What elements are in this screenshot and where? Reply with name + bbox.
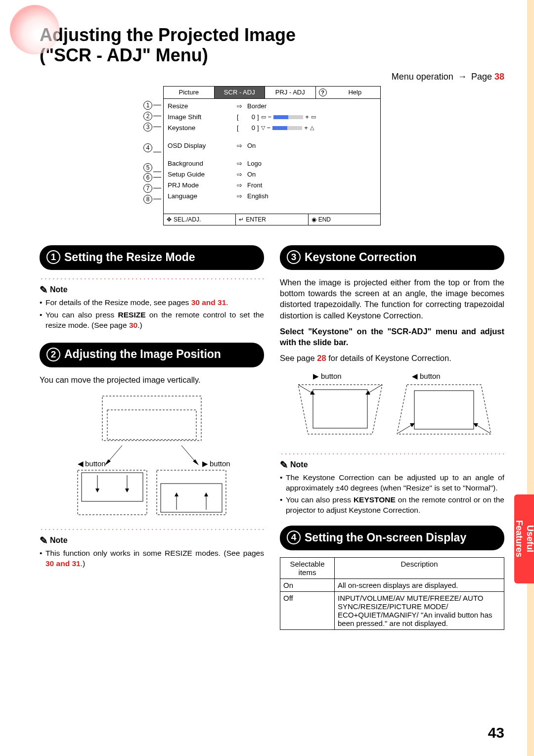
tab-prj-adj: PRJ - ADJ — [265, 87, 316, 99]
svg-text:◀: ◀ — [78, 459, 84, 468]
osd-table: Selectable items Description On All on-s… — [280, 557, 504, 630]
note-list: For details of the Resize mode, see page… — [40, 298, 264, 331]
svg-marker-13 — [125, 489, 129, 492]
svg-line-28 — [367, 385, 382, 394]
svg-rect-8 — [78, 470, 147, 515]
menu-row-numbers: 1 2 3 4 5 6 7 8 — [143, 100, 161, 205]
section-4-heading: 4 Setting the On-screen Display — [280, 526, 504, 550]
svg-marker-11 — [95, 489, 99, 492]
note-heading: ✎ Note — [40, 534, 264, 546]
dpad-icon: ✥ — [167, 216, 172, 223]
section-2-heading: 2 Adjusting the Image Position — [40, 343, 264, 367]
note-heading: ✎ Note — [280, 459, 504, 471]
dotted-separator — [280, 452, 504, 456]
slider-icon — [272, 126, 302, 130]
note-list: This function only works in some RESIZE … — [40, 548, 264, 569]
note-heading: ✎ Note — [40, 284, 264, 296]
keystone-diagram: ▶ button ◀ button — [280, 370, 504, 444]
end-icon: ◉ — [312, 216, 316, 223]
svg-line-2 — [107, 445, 122, 463]
svg-text:◀: ◀ — [412, 372, 418, 380]
note-icon: ✎ — [280, 459, 288, 471]
svg-rect-31 — [414, 391, 474, 429]
svg-rect-25 — [313, 390, 367, 428]
svg-rect-0 — [102, 396, 201, 441]
slider-icon — [273, 115, 303, 119]
note-icon: ✎ — [40, 284, 48, 296]
enter-icon: ↵ — [239, 216, 244, 223]
svg-text:button: button — [420, 372, 441, 380]
side-tab-useful-features: UsefulFeatures — [514, 494, 534, 583]
note-icon: ✎ — [40, 534, 48, 546]
menu-footer-enter: ↵ENTER — [236, 214, 308, 225]
button-label: button — [85, 459, 106, 468]
menu-screenshot: 1 2 3 4 5 6 7 8 Picture SCR - ADJ PRJ - … — [40, 86, 504, 225]
svg-marker-3 — [105, 459, 111, 465]
svg-rect-14 — [157, 470, 226, 515]
title-line2: ("SCR - ADJ" Menu) — [40, 45, 208, 65]
dotted-separator — [40, 277, 264, 281]
page-title: Adjusting the Projected Image ("SCR - AD… — [40, 25, 504, 66]
right-column: 3 Keystone Correction When the image is … — [280, 240, 504, 630]
svg-marker-19 — [204, 492, 208, 496]
table-row: On All on-screen displays are displayed. — [280, 579, 504, 592]
help-icon: ? — [316, 87, 330, 99]
section-3-intro: When the image is projected either from … — [280, 277, 504, 321]
tab-picture: Picture — [164, 87, 215, 99]
svg-marker-5 — [193, 459, 199, 465]
section-3-instruction: Select "Keystone" on the "SCR-ADJ" menu … — [280, 326, 504, 348]
section-1-heading: 1 Setting the Resize Mode — [40, 245, 264, 270]
page-content: Adjusting the Projected Image ("SCR - AD… — [0, 0, 534, 756]
section-3-see: See page 28 for details of Keystone Corr… — [280, 353, 504, 363]
svg-text:▶: ▶ — [202, 459, 208, 468]
left-column: 1 Setting the Resize Mode ✎ Note For det… — [40, 240, 264, 630]
svg-text:button: button — [321, 372, 342, 380]
page-number: 43 — [488, 724, 504, 741]
svg-rect-9 — [82, 473, 143, 501]
arrow-right-icon: → — [458, 72, 467, 82]
button-label: button — [210, 459, 230, 468]
tab-help: Help — [330, 87, 381, 99]
svg-marker-29 — [365, 391, 370, 395]
section-2-intro: You can move the projected image vertica… — [40, 374, 264, 385]
decorative-blob — [10, 5, 59, 54]
svg-text:▶: ▶ — [313, 372, 319, 380]
menu-operation-ref: Menu operation → Page 38 — [40, 72, 504, 82]
svg-rect-1 — [107, 410, 196, 440]
section-3-heading: 3 Keystone Correction — [280, 245, 504, 270]
menu-tabs: Picture SCR - ADJ PRJ - ADJ ? Help — [164, 87, 380, 99]
svg-line-34 — [475, 424, 490, 433]
title-line1: Adjusting the Projected Image — [40, 25, 296, 45]
svg-marker-17 — [175, 492, 178, 496]
svg-line-26 — [298, 385, 313, 394]
menu-footer-sel: ✥SEL./ADJ. — [164, 214, 236, 225]
svg-line-4 — [181, 445, 196, 463]
svg-marker-30 — [397, 385, 491, 434]
image-shift-diagram: ◀ button ▶ button — [40, 391, 264, 520]
dotted-separator — [40, 528, 264, 532]
svg-line-32 — [398, 424, 413, 433]
table-row: Off INPUT/VOLUME/AV MUTE/FREEZE/ AUTO SY… — [280, 592, 504, 630]
tab-scr-adj: SCR - ADJ — [215, 87, 266, 99]
note-list: The Keystone Correction can be adjusted … — [280, 473, 504, 516]
menu-footer-end: ◉END — [309, 214, 380, 225]
svg-rect-15 — [161, 484, 222, 512]
svg-marker-27 — [310, 391, 315, 395]
